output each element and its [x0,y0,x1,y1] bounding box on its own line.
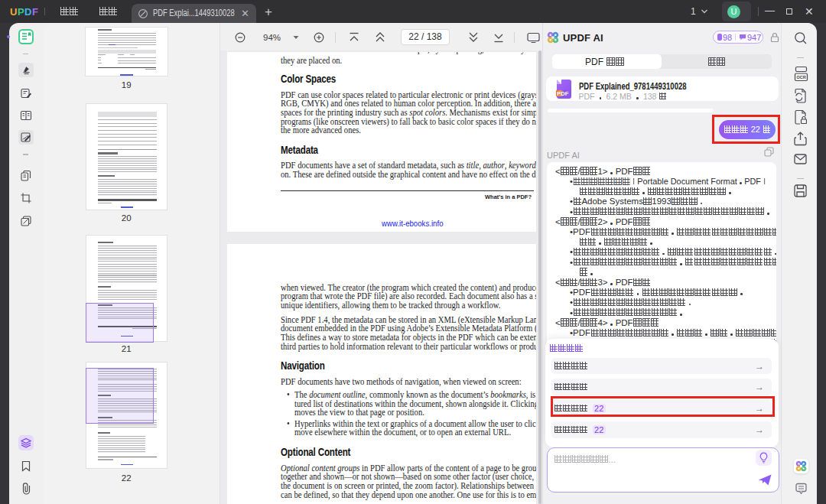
svg-text:OCR: OCR [796,75,805,80]
